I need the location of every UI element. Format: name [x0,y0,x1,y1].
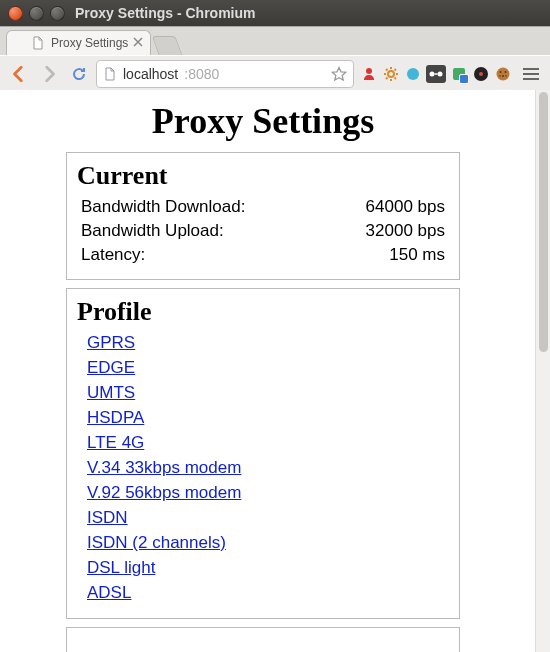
profile-link[interactable]: V.34 33kbps modem [87,458,241,477]
profile-item: UMTS [87,383,449,403]
svg-point-9 [500,71,502,73]
bookmark-star-icon[interactable] [331,66,347,82]
svg-point-7 [479,72,483,76]
extension-icon[interactable] [494,65,512,83]
profile-link[interactable]: V.92 56kbps modem [87,483,241,502]
address-bar[interactable]: localhost:8080 [96,60,354,88]
svg-point-3 [430,72,435,77]
window-titlebar: Proxy Settings - Chromium [0,0,550,26]
tab-proxy-settings[interactable]: Proxy Settings [6,30,151,55]
profile-item: V.34 33kbps modem [87,458,449,478]
svg-point-8 [497,68,510,81]
current-row: Latency:150 ms [81,245,445,265]
window-title: Proxy Settings - Chromium [75,5,550,21]
profile-panel: Profile GPRSEDGEUMTSHSDPALTE 4GV.34 33kb… [66,288,460,619]
extension-icon[interactable] [426,65,446,83]
svg-point-12 [499,75,501,77]
svg-point-1 [388,71,394,77]
current-heading: Current [77,161,449,191]
vertical-scrollbar[interactable] [535,90,550,652]
current-row-label: Latency: [81,245,145,265]
tabstrip: Proxy Settings [0,26,550,55]
svg-point-2 [407,68,419,80]
svg-rect-5 [453,68,465,80]
url-host: localhost [123,66,178,82]
toolbar: localhost:8080 [0,55,550,93]
profile-link[interactable]: HSDPA [87,408,144,427]
extension-icon[interactable] [360,65,378,83]
current-row: Bandwidth Download:64000 bps [81,197,445,217]
profile-link[interactable]: ISDN [87,508,128,527]
svg-point-11 [502,75,504,77]
url-port: :8080 [184,66,219,82]
gear-icon[interactable] [382,65,400,83]
profile-item: ISDN [87,508,449,528]
svg-point-4 [438,72,443,77]
profile-link[interactable]: UMTS [87,383,135,402]
profile-item: ADSL [87,583,449,603]
current-row-value: 150 ms [389,245,445,265]
profile-link[interactable]: ADSL [87,583,131,602]
profile-item: GPRS [87,333,449,353]
profile-item: LTE 4G [87,433,449,453]
profile-item: EDGE [87,358,449,378]
tab-title: Proxy Settings [51,36,128,50]
profile-link[interactable]: LTE 4G [87,433,144,452]
hamburger-icon [523,66,539,82]
profile-heading: Profile [77,297,449,327]
profile-item: V.92 56kbps modem [87,483,449,503]
profile-item: ISDN (2 channels) [87,533,449,553]
new-tab-button[interactable] [152,36,183,55]
profile-item: HSDPA [87,408,449,428]
next-panel-peek [66,627,460,652]
forward-button[interactable] [36,61,62,87]
window-close-button[interactable] [8,6,23,21]
back-button[interactable] [6,61,32,87]
profile-item: DSL light [87,558,449,578]
page-title: Proxy Settings [16,100,510,142]
profile-link[interactable]: DSL light [87,558,155,577]
svg-point-13 [505,75,507,77]
svg-point-0 [366,68,372,74]
current-row-value: 32000 bps [366,221,445,241]
current-row: Bandwidth Upload:32000 bps [81,221,445,241]
extension-icon[interactable] [404,65,422,83]
file-icon [103,67,117,81]
page-viewport: Proxy Settings Current Bandwidth Downloa… [0,90,550,652]
extension-icon[interactable] [450,65,468,83]
file-icon [31,36,45,50]
window-maximize-button[interactable] [50,6,65,21]
tab-close-button[interactable] [132,36,144,48]
reload-button[interactable] [66,61,92,87]
profile-link[interactable]: ISDN (2 channels) [87,533,226,552]
current-row-label: Bandwidth Download: [81,197,245,217]
extension-icons [358,65,514,83]
current-row-value: 64000 bps [366,197,445,217]
scrollbar-thumb[interactable] [539,92,548,352]
profile-link[interactable]: EDGE [87,358,135,377]
profile-link[interactable]: GPRS [87,333,135,352]
extension-icon[interactable] [472,65,490,83]
current-row-label: Bandwidth Upload: [81,221,224,241]
svg-point-10 [505,71,507,73]
window-minimize-button[interactable] [29,6,44,21]
menu-button[interactable] [518,61,544,87]
current-panel: Current Bandwidth Download:64000 bpsBand… [66,152,460,280]
